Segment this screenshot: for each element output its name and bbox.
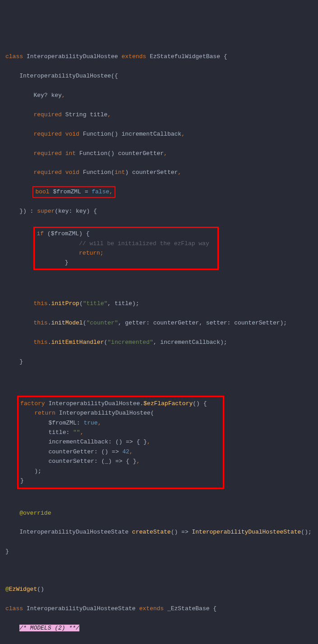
highlight-fromzml-check: if ($fromZML) { // will be initialized t…: [5, 226, 313, 271]
method-initemit: initEmitHandler: [51, 339, 104, 346]
constructor-name: InteroperabilityDualHostee: [19, 73, 111, 79]
keyword-extends: extends: [121, 53, 146, 60]
annotation-ezwidget: EzWidget: [9, 586, 37, 593]
method-createstate: createState: [132, 529, 171, 535]
highlight-factory-block: factory InteroperabilityDualHostee.$ezFl…: [5, 477, 224, 484]
keyword-super: super: [37, 208, 55, 215]
keyword-factory: factory: [20, 400, 45, 407]
section-models: /* MODELS (2) **/: [19, 625, 79, 631]
code-block: class InteroperabilityDualHostee extends…: [5, 42, 313, 644]
factory-method: $ezFlapFactory: [143, 400, 193, 407]
annotation-override: @override: [19, 510, 51, 516]
keyword-required: required: [33, 111, 61, 118]
class-name: InteroperabilityDualHostee: [27, 53, 118, 60]
method-initprop: initProp: [51, 300, 79, 307]
state-class-name: InteroperabilityDualHosteeState: [27, 605, 136, 612]
highlight-fromzml-param: bool $fromZML = false,: [33, 187, 115, 196]
method-initmodel: initModel: [51, 320, 83, 326]
comment: // will be initialized the ezFlap way: [79, 240, 209, 247]
base-class: EzStatefulWidgetBase: [150, 53, 220, 60]
keyword-class: class: [5, 53, 23, 60]
